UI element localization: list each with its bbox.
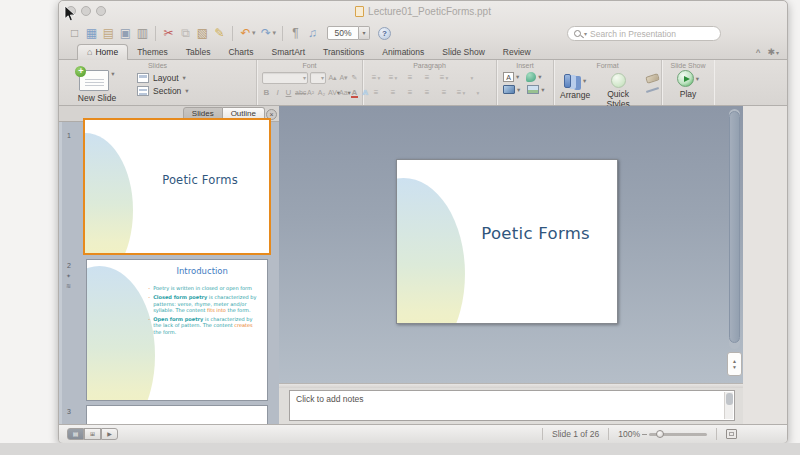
italic-button[interactable]: I bbox=[273, 86, 282, 99]
tab-home[interactable]: ⌂ Home bbox=[77, 44, 128, 60]
zoom-value[interactable]: 50% bbox=[327, 26, 359, 40]
search-input[interactable] bbox=[590, 29, 714, 39]
slide-1-thumbnail[interactable]: Poetic Forms bbox=[83, 118, 271, 255]
format-painter-icon[interactable]: ✎ bbox=[211, 25, 228, 41]
increase-indent-button[interactable]: ≡ bbox=[420, 72, 434, 84]
media-browser-icon[interactable]: ♫ bbox=[304, 25, 321, 41]
font-size-select[interactable]: ▾ bbox=[310, 72, 326, 84]
normal-view-button[interactable]: ▤ bbox=[67, 428, 84, 440]
play-button[interactable] bbox=[677, 70, 694, 87]
transition-indicator-icon: ✦ bbox=[66, 272, 71, 279]
minimize-window-button[interactable] bbox=[81, 6, 91, 16]
grow-font-button[interactable]: A▴ bbox=[328, 71, 337, 84]
clear-formatting-button[interactable]: ✎ bbox=[350, 71, 359, 84]
gallery-icon[interactable]: ▦ bbox=[83, 25, 100, 41]
underline-button[interactable]: U bbox=[284, 86, 293, 99]
line-spacing-button[interactable]: ≡▾ bbox=[437, 72, 451, 84]
zoom-dropdown-icon[interactable]: ▾ bbox=[359, 26, 370, 40]
insert-shape-button[interactable]: ▾ bbox=[526, 72, 541, 82]
tab-animations[interactable]: Animations bbox=[373, 45, 433, 59]
search-box[interactable]: ▾ bbox=[567, 26, 721, 41]
paste-icon[interactable]: ▧ bbox=[194, 25, 211, 41]
slide-show-view-button[interactable]: ▶ bbox=[101, 428, 118, 440]
slide-canvas[interactable]: Poetic Forms ▲ ▼ bbox=[279, 106, 743, 383]
decrease-indent-button[interactable]: ≡ bbox=[403, 72, 417, 84]
font-color-button[interactable]: A bbox=[350, 86, 359, 99]
save-icon[interactable]: ▣ bbox=[117, 25, 134, 41]
layout-button[interactable]: Layout ▾ bbox=[137, 73, 189, 83]
fit-to-window-icon[interactable] bbox=[726, 429, 737, 439]
align-left-button[interactable]: ≡ bbox=[369, 87, 383, 99]
bold-button[interactable]: B bbox=[262, 86, 271, 99]
rotate-text-button[interactable]: ▾ bbox=[471, 87, 485, 99]
tab-tables[interactable]: Tables bbox=[177, 45, 220, 59]
open-icon[interactable]: ▤ bbox=[100, 25, 117, 41]
zoom-window-button[interactable] bbox=[96, 6, 106, 16]
tab-themes[interactable]: Themes bbox=[128, 45, 177, 59]
undo-dropdown-icon[interactable]: ▾ bbox=[252, 29, 256, 37]
new-presentation-icon[interactable]: □ bbox=[66, 25, 83, 41]
zoom-slider-knob[interactable] bbox=[656, 430, 664, 438]
scroll-arrows[interactable]: ▲ ▼ bbox=[727, 352, 742, 376]
quick-styles-button[interactable]: Quick Styles bbox=[596, 72, 640, 109]
ribbon-collapse-button[interactable]: ^ bbox=[756, 48, 761, 57]
bullets-button[interactable]: ≡▾ bbox=[369, 72, 383, 84]
insert-text-box-button[interactable]: A ▾ bbox=[503, 72, 519, 82]
play-dropdown-icon[interactable]: ▾ bbox=[696, 75, 699, 83]
ribbon-settings-button[interactable]: ✱ ▾ bbox=[767, 47, 779, 57]
font-name-select[interactable]: ▾ bbox=[262, 72, 308, 84]
tab-transitions[interactable]: Transitions bbox=[314, 45, 373, 59]
cut-icon[interactable]: ✂ bbox=[160, 25, 177, 41]
insert-picture-button[interactable]: ▾ bbox=[503, 85, 520, 94]
character-spacing-button[interactable]: AV▾ bbox=[328, 86, 337, 99]
text-direction-button[interactable]: ▾ bbox=[465, 72, 479, 84]
print-icon[interactable]: ▥ bbox=[134, 25, 151, 41]
scrollbar-thumb[interactable] bbox=[729, 111, 740, 343]
help-button[interactable]: ? bbox=[378, 27, 391, 40]
notes-placeholder[interactable]: Click to add notes bbox=[296, 394, 720, 404]
arrange-button[interactable]: ▾ Arrange bbox=[560, 72, 590, 100]
current-slide[interactable]: Poetic Forms bbox=[396, 159, 618, 324]
canvas-scrollbar[interactable] bbox=[729, 109, 740, 349]
subscript-button[interactable]: A₂ bbox=[317, 86, 326, 99]
slide-title-text[interactable]: Poetic Forms bbox=[463, 224, 608, 243]
align-text-button[interactable]: ≡▾ bbox=[454, 87, 468, 99]
tab-smartart[interactable]: SmartArt bbox=[262, 45, 314, 59]
fill-button[interactable] bbox=[645, 73, 660, 84]
tab-review[interactable]: Review bbox=[494, 45, 540, 59]
notes-scrollbar-thumb[interactable] bbox=[726, 393, 733, 405]
tab-slide-show[interactable]: Slide Show bbox=[433, 45, 494, 59]
scroll-up-icon[interactable]: ▲ bbox=[732, 359, 737, 364]
slide-2-thumbnail[interactable]: Introduction -Poetry is written in close… bbox=[86, 259, 268, 401]
align-right-button[interactable]: ≡ bbox=[403, 87, 417, 99]
superscript-button[interactable]: A² bbox=[306, 86, 315, 99]
slide-sorter-view-button[interactable]: ⊞ bbox=[84, 428, 101, 440]
redo-dropdown-icon[interactable]: ▾ bbox=[273, 29, 277, 37]
copy-icon[interactable]: ⧉ bbox=[177, 25, 194, 41]
title-bar[interactable]: Lecture01_PoeticForms.ppt bbox=[59, 1, 787, 21]
notes-scrollbar[interactable] bbox=[724, 392, 733, 419]
strikethrough-button[interactable]: abc bbox=[295, 86, 304, 99]
zoom-select[interactable]: 50% ▾ bbox=[327, 26, 370, 40]
show-formatting-icon[interactable]: ¶ bbox=[287, 25, 304, 41]
gradient-shape bbox=[86, 266, 155, 401]
shrink-font-button[interactable]: A▾ bbox=[339, 71, 348, 84]
new-slide-button[interactable]: + ▾ New Slide bbox=[65, 70, 129, 103]
search-scope-icon[interactable]: ▾ bbox=[584, 30, 587, 37]
justify-button[interactable]: ≡ bbox=[420, 87, 434, 99]
align-center-button[interactable]: ≡ bbox=[386, 87, 400, 99]
notes-splitter[interactable]: ⋯ bbox=[279, 383, 743, 388]
powerpoint-window: Lecture01_PoeticForms.ppt □ ▦ ▤ ▣ ▥ ✂ ⧉ … bbox=[58, 0, 788, 443]
notes-pane[interactable]: Click to add notes bbox=[289, 390, 735, 421]
tab-charts[interactable]: Charts bbox=[219, 45, 262, 59]
numbering-button[interactable]: ≡▾ bbox=[386, 72, 400, 84]
columns-button[interactable]: ≡ bbox=[437, 87, 451, 99]
new-slide-dropdown-icon[interactable]: ▾ bbox=[111, 70, 114, 78]
section-button[interactable]: Section ▾ bbox=[137, 86, 189, 96]
line-button[interactable] bbox=[646, 87, 659, 93]
slide-3-thumbnail[interactable] bbox=[86, 405, 268, 424]
zoom-slider[interactable] bbox=[649, 433, 707, 436]
change-case-button[interactable]: Aa▾ bbox=[339, 86, 348, 99]
insert-media-button[interactable]: ▾ bbox=[527, 85, 544, 94]
scroll-down-icon[interactable]: ▼ bbox=[732, 365, 737, 370]
